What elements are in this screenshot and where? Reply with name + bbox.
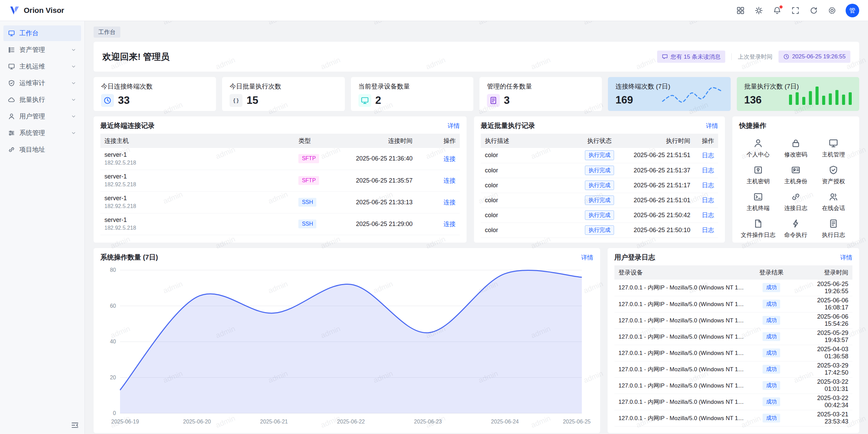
table-row: color 执行完成 2025-06-25 21:50:42 日志: [481, 208, 718, 223]
exec-status-tag: 执行完成: [585, 210, 614, 220]
topbar-icon-button[interactable]: [828, 6, 836, 15]
quick-action[interactable]: 个人中心: [739, 138, 777, 158]
login-time: 2025-03-29 17:42:50: [793, 361, 852, 377]
topbar: Orion Visor: [0, 0, 868, 21]
log-link[interactable]: 日志: [702, 152, 714, 159]
file-icon: [753, 219, 763, 228]
login-result-tag: 成功: [763, 348, 780, 358]
terminal-icon: [753, 192, 763, 202]
table-row: 127.0.0.1 - 内网IP - Mozilla/5.0 (Windows …: [614, 312, 852, 328]
connect-link[interactable]: 连接: [443, 177, 456, 184]
table-row: color 执行完成 2025-06-25 21:51:17 日志: [481, 178, 718, 193]
connect-link[interactable]: 连接: [443, 199, 456, 206]
breadcrumb: 工作台: [94, 26, 859, 38]
table-row: color 执行完成 2025-06-25 21:50:10 日志: [481, 223, 718, 238]
sidebar-item[interactable]: 项目地址: [3, 142, 81, 157]
panel-title: 用户登录日志: [614, 253, 655, 262]
topbar-icon-button[interactable]: [810, 6, 818, 15]
user-avatar[interactable]: 管: [846, 4, 859, 17]
stat-value: 15: [246, 94, 258, 107]
chevron-down-icon: [71, 64, 76, 69]
sidebar-item[interactable]: 用户管理: [3, 109, 81, 124]
table-row: 127.0.0.1 - 内网IP - Mozilla/5.0 (Windows …: [614, 296, 852, 312]
welcome-meta: 您有 15 条未读消息 上次登录时间 2025-06-25 19:26:55: [657, 51, 850, 63]
log-link[interactable]: 日志: [702, 227, 714, 233]
connect-link[interactable]: 连接: [443, 155, 456, 162]
sidebar-item-label: 系统管理: [19, 129, 66, 137]
login-device: 127.0.0.1 - 内网IP - Mozilla/5.0 (Windows …: [618, 300, 746, 308]
lightning-icon: [791, 219, 801, 228]
host-name: server-1: [104, 194, 290, 202]
app-logo[interactable]: Orion Visor: [9, 5, 64, 16]
login-time: 2025-06-06 15:54:26: [793, 312, 852, 328]
quick-action[interactable]: 连接日志: [777, 192, 814, 212]
log-link[interactable]: 日志: [702, 212, 714, 219]
batch-cloud-icon: [8, 96, 15, 103]
protocol-tag: SFTP: [298, 154, 319, 163]
stat-card: 连接终端次数 (7日) 169: [608, 77, 730, 111]
unread-messages-badge[interactable]: 您有 15 条未读消息: [657, 51, 725, 63]
topbar-icon-button[interactable]: [736, 6, 745, 15]
quick-action[interactable]: 在线会话: [815, 192, 852, 212]
login-device: 127.0.0.1 - 内网IP - Mozilla/5.0 (Windows …: [618, 382, 746, 390]
host-name: server-1: [104, 216, 290, 224]
topbar-icons: [736, 6, 836, 15]
login-detail-link[interactable]: 详情: [840, 253, 852, 262]
login-device: 127.0.0.1 - 内网IP - Mozilla/5.0 (Windows …: [618, 284, 746, 291]
sidebar-item[interactable]: 批量执行: [3, 92, 81, 108]
sidebar-item[interactable]: 运维审计: [3, 75, 81, 91]
log-link[interactable]: 日志: [702, 167, 714, 174]
quick-action-label: 修改密码: [784, 151, 807, 158]
divider: [731, 53, 732, 60]
sidebar-item[interactable]: 系统管理: [3, 125, 81, 141]
sidebar-item[interactable]: 资产管理: [3, 42, 81, 58]
quick-action[interactable]: 修改密码: [777, 138, 814, 158]
quick-action[interactable]: 主机身份: [777, 165, 814, 185]
breadcrumb-item-workbench[interactable]: 工作台: [94, 26, 120, 38]
quick-action[interactable]: 执行日志: [815, 219, 852, 239]
link-icon: [791, 192, 801, 202]
quick-action[interactable]: 主机终端: [739, 192, 777, 212]
stat-value: 136: [744, 94, 762, 106]
connect-link[interactable]: 连接: [443, 221, 456, 227]
log-link[interactable]: 日志: [702, 182, 714, 189]
quick-action[interactable]: 主机密钥: [739, 165, 777, 185]
middle-row: 最近终端连接记录 详情 连接主机 类型 连接时间 操作: [94, 116, 859, 243]
exec-status-tag: 执行完成: [585, 195, 614, 205]
quick-action[interactable]: 文件操作日志: [739, 219, 777, 239]
log-link[interactable]: 日志: [702, 197, 714, 204]
topbar-icon-button[interactable]: [755, 6, 763, 15]
svg-text:2025-06-23: 2025-06-23: [414, 419, 442, 424]
avatar-text: 管: [849, 6, 855, 15]
login-time: 2025-06-06 16:08:17: [793, 296, 852, 312]
topbar-icon-button[interactable]: [773, 6, 781, 15]
task-doc-icon: [487, 94, 500, 107]
panel-title: 系统操作数量 (7日): [100, 253, 158, 262]
topbar-icon-button[interactable]: [791, 6, 800, 15]
sidebar-collapse-button[interactable]: [71, 421, 79, 429]
exec-time: 2025-06-25 21:50:10: [628, 223, 694, 238]
table-row: 127.0.0.1 - 内网IP - Mozilla/5.0 (Windows …: [614, 410, 852, 426]
braces-icon: { }: [230, 94, 242, 107]
connect-time: 2025-06-25 21:29:00: [341, 213, 417, 235]
svg-text:2025-06-24: 2025-06-24: [491, 419, 519, 424]
table-row: 127.0.0.1 - 内网IP - Mozilla/5.0 (Windows …: [614, 361, 852, 377]
stat-card: 当前登录设备数量 2: [351, 77, 473, 111]
login-result-tag: 成功: [763, 365, 780, 374]
host-ip: 182.92.5.218: [104, 225, 290, 232]
svg-text:2025-06-25: 2025-06-25: [563, 419, 591, 424]
svg-text:60: 60: [110, 303, 116, 309]
quick-action[interactable]: 命令执行: [777, 219, 814, 239]
table-row: 127.0.0.1 - 内网IP - Mozilla/5.0 (Windows …: [614, 377, 852, 394]
sidebar-item[interactable]: 主机运维: [3, 59, 81, 74]
quick-action[interactable]: 主机管理: [815, 138, 852, 158]
login-device: 127.0.0.1 - 内网IP - Mozilla/5.0 (Windows …: [618, 317, 746, 324]
terminal-detail-link[interactable]: 详情: [448, 122, 460, 130]
table-header-row: 登录设备 登录结果 登录时间: [614, 265, 852, 280]
chart-detail-link[interactable]: 详情: [581, 253, 593, 262]
quick-action[interactable]: 资产授权: [815, 165, 852, 185]
batch-detail-link[interactable]: 详情: [706, 122, 718, 130]
welcome-banner: 欢迎回来! 管理员 您有 15 条未读消息 上次登录时间 2025-06-25 …: [94, 42, 859, 72]
login-time: 2025-04-03 01:36:58: [793, 345, 852, 361]
sidebar-item[interactable]: 工作台: [3, 25, 81, 41]
